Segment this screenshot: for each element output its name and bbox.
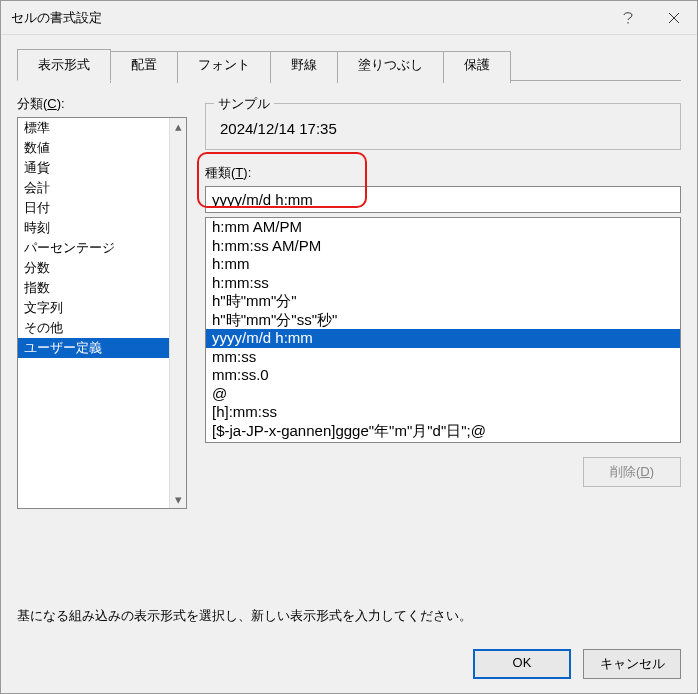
scroll-up-icon[interactable]: ▴ [170, 118, 186, 135]
cancel-button[interactable]: キャンセル [583, 649, 681, 679]
category-item[interactable]: 分数 [18, 258, 186, 278]
delete-row: 削除(D) [205, 457, 681, 487]
sample-label: サンプル [214, 95, 274, 113]
tab-2[interactable]: フォント [177, 51, 271, 83]
scroll-up-icon[interactable]: ▴ [206, 440, 680, 443]
tab-5[interactable]: 保護 [443, 51, 511, 83]
type-input-wrap [205, 186, 681, 213]
category-item[interactable]: 指数 [18, 278, 186, 298]
category-item[interactable]: 文字列 [18, 298, 186, 318]
format-item[interactable]: mm:ss.0 [206, 366, 680, 385]
category-item[interactable]: 通貨 [18, 158, 186, 178]
delete-button[interactable]: 削除(D) [583, 457, 681, 487]
tab-body: 分類(C): 標準数値通貨会計日付時刻パーセンテージ分数指数文字列その他ユーザー… [17, 95, 681, 581]
type-label: 種類(T): [205, 164, 681, 182]
category-item[interactable]: 会計 [18, 178, 186, 198]
format-list[interactable]: h:mm AM/PMh:mm:ss AM/PMh:mmh:mm:ssh"時"mm… [205, 217, 681, 443]
format-item[interactable]: h:mm:ss [206, 274, 680, 293]
format-item[interactable]: @ [206, 385, 680, 404]
content-area: 表示形式配置フォント野線塗りつぶし保護 分類(C): 標準数値通貨会計日付時刻パ… [1, 35, 697, 635]
type-input[interactable] [205, 186, 681, 213]
ok-button[interactable]: OK [473, 649, 571, 679]
tab-0[interactable]: 表示形式 [17, 49, 111, 81]
category-item[interactable]: パーセンテージ [18, 238, 186, 258]
dialog-title: セルの書式設定 [11, 9, 605, 27]
format-item[interactable]: h:mm:ss AM/PM [206, 237, 680, 256]
category-column: 分類(C): 標準数値通貨会計日付時刻パーセンテージ分数指数文字列その他ユーザー… [17, 95, 187, 581]
category-item[interactable]: 数値 [18, 138, 186, 158]
close-button[interactable] [651, 1, 697, 35]
category-item[interactable]: 標準 [18, 118, 186, 138]
format-item[interactable]: h:mm AM/PM [206, 218, 680, 237]
format-item[interactable]: mm:ss [206, 348, 680, 367]
format-item[interactable]: h"時"mm"分"ss"秒" [206, 311, 680, 330]
tab-4[interactable]: 塗りつぶし [337, 51, 444, 83]
format-item[interactable]: [h]:mm:ss [206, 403, 680, 422]
scrollbar[interactable]: ▴ ▾ [206, 440, 680, 443]
format-item[interactable]: yyyy/m/d h:mm [206, 329, 680, 348]
details-column: サンプル 2024/12/14 17:35 種類(T): ここを編集 h:mm … [205, 95, 681, 581]
tab-3[interactable]: 野線 [270, 51, 338, 83]
sample-value: 2024/12/14 17:35 [216, 114, 670, 139]
format-item[interactable]: h:mm [206, 255, 680, 274]
tab-1[interactable]: 配置 [110, 51, 178, 83]
category-list[interactable]: 標準数値通貨会計日付時刻パーセンテージ分数指数文字列その他ユーザー定義 ▴ ▾ [17, 117, 187, 509]
format-item[interactable]: h"時"mm"分" [206, 292, 680, 311]
category-item[interactable]: 時刻 [18, 218, 186, 238]
scroll-down-icon[interactable]: ▾ [170, 491, 186, 508]
category-item[interactable]: その他 [18, 318, 186, 338]
footer: OK キャンセル [1, 635, 697, 693]
hint-text: 基になる組み込みの表示形式を選択し、新しい表示形式を入力してください。 [17, 607, 681, 625]
format-cells-dialog: セルの書式設定 表示形式配置フォント野線塗りつぶし保護 分類(C): 標準数値通… [0, 0, 698, 694]
tab-strip: 表示形式配置フォント野線塗りつぶし保護 [17, 49, 681, 81]
sample-group: サンプル 2024/12/14 17:35 [205, 103, 681, 150]
format-item[interactable]: [$-ja-JP-x-gannen]ggge"年"m"月"d"日";@ [206, 422, 680, 441]
titlebar: セルの書式設定 [1, 1, 697, 35]
scrollbar[interactable]: ▴ ▾ [169, 118, 186, 508]
category-item[interactable]: ユーザー定義 [18, 338, 186, 358]
category-label: 分類(C): [17, 95, 187, 113]
help-button[interactable] [605, 1, 651, 35]
category-item[interactable]: 日付 [18, 198, 186, 218]
